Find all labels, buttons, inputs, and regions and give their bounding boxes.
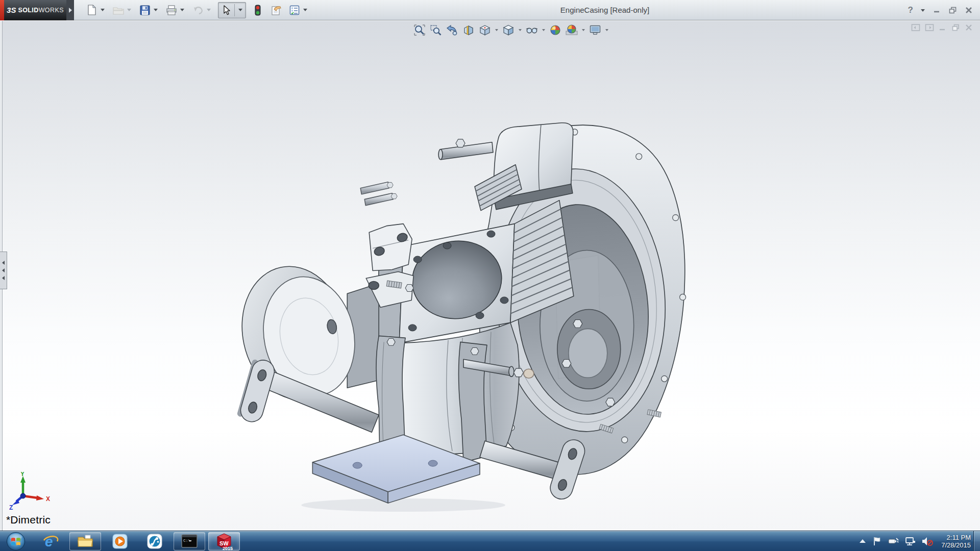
print-button[interactable] — [165, 3, 178, 18]
x-axis-arrow — [36, 495, 44, 500]
show-pane-right-button[interactable] — [925, 23, 934, 32]
select-cursor-icon — [222, 5, 231, 15]
command-prompt-icon: C:\ — [181, 534, 198, 548]
zoom-to-fit-icon — [413, 24, 426, 36]
minimize-button[interactable] — [933, 6, 941, 14]
save-dropdown[interactable] — [154, 9, 158, 11]
view-settings-button[interactable] — [588, 23, 602, 37]
save-button[interactable] — [138, 3, 152, 18]
connections-app-icon — [147, 534, 162, 549]
y-axis-label: Y — [20, 472, 24, 478]
taskbar-command-prompt[interactable]: C:\ — [174, 532, 205, 550]
show-hidden-icons-button[interactable] — [859, 539, 866, 544]
section-view-icon — [462, 24, 475, 36]
document-title: EngineCasing [Read-only] — [541, 6, 669, 14]
window-controls: ? — [908, 0, 973, 20]
zoom-to-area-icon — [430, 24, 442, 36]
previous-view-icon — [446, 24, 458, 36]
taskbar-internet-explorer[interactable]: e — [35, 532, 66, 550]
options-icon — [289, 5, 300, 15]
open-document-dropdown[interactable] — [127, 9, 131, 11]
view-orientation-dropdown[interactable] — [495, 29, 498, 31]
display-style-icon — [502, 24, 514, 36]
file-properties-button[interactable] — [270, 3, 283, 18]
system-tray: 2:11 PM 7/28/2015 — [859, 531, 971, 551]
view-settings-dropdown[interactable] — [605, 29, 608, 31]
power-status-button[interactable] — [888, 536, 899, 546]
solidworks-logo-mark: 3S — [7, 6, 16, 14]
featuremanager-splitter-handle[interactable] — [0, 252, 7, 289]
restore-button[interactable] — [948, 6, 957, 14]
hide-show-items-dropdown[interactable] — [542, 29, 545, 31]
rebuild-traffic-light-icon — [255, 5, 261, 16]
view-orientation-button[interactable] — [478, 23, 492, 37]
pane-left-icon — [911, 23, 920, 32]
help-button[interactable]: ? — [908, 5, 913, 15]
taskbar-clock[interactable]: 2:11 PM 7/28/2015 — [941, 534, 971, 549]
edit-appearance-icon — [549, 24, 561, 36]
print-dropdown[interactable] — [180, 9, 184, 11]
section-view-button[interactable] — [461, 23, 476, 37]
options-dropdown[interactable] — [303, 9, 307, 11]
undo-button[interactable] — [191, 3, 205, 18]
show-desktop-button[interactable] — [973, 531, 980, 551]
apply-scene-button[interactable] — [565, 23, 579, 37]
solidworks-app-icon: SW 2015 — [215, 532, 233, 550]
close-icon — [965, 6, 973, 14]
collapse-arrow-icon — [2, 261, 5, 265]
hide-show-items-button[interactable] — [525, 23, 539, 37]
apply-scene-dropdown[interactable] — [582, 29, 585, 31]
x-axis-label: X — [46, 495, 50, 503]
save-icon — [140, 5, 150, 15]
document-close-button[interactable] — [965, 23, 973, 32]
graphics-viewport[interactable]: Y X Z *Dimetric — [0, 21, 980, 531]
show-pane-left-button[interactable] — [911, 23, 920, 32]
media-player-icon — [112, 534, 128, 549]
folder-icon — [77, 534, 93, 548]
clock-time: 2:11 PM — [941, 534, 971, 541]
taskbar-windows-explorer[interactable] — [69, 532, 101, 550]
view-orientation-label: *Dimetric — [6, 514, 51, 526]
brand-red-strip — [0, 0, 4, 20]
taskbar-solidworks[interactable]: SW 2015 — [208, 532, 240, 550]
select-cursor-button[interactable] — [219, 3, 233, 18]
engine-casing-model[interactable] — [0, 21, 980, 531]
select-tool-group — [218, 2, 246, 18]
help-dropdown[interactable] — [921, 9, 925, 12]
title-bar: 3S SOLIDWORKS — [0, 0, 980, 20]
heads-up-view-toolbar — [412, 23, 609, 37]
apply-scene-icon — [565, 24, 578, 36]
reference-triad: Y X Z — [8, 472, 55, 519]
display-style-dropdown[interactable] — [519, 29, 522, 31]
display-style-button[interactable] — [501, 23, 516, 37]
solidworks-logo[interactable]: 3S SOLIDWORKS — [4, 0, 66, 20]
menu-flyout-arrow[interactable] — [66, 0, 74, 20]
zoom-to-fit-button[interactable] — [412, 23, 427, 37]
network-status-button[interactable] — [904, 536, 916, 546]
new-document-dropdown[interactable] — [101, 9, 105, 11]
close-button[interactable] — [965, 6, 973, 14]
solidworks-brand-text: SOLIDWORKS — [18, 7, 63, 14]
new-document-button[interactable] — [85, 3, 99, 18]
taskbar-connections-app[interactable] — [139, 532, 170, 550]
open-document-icon — [113, 5, 124, 15]
action-center-button[interactable] — [872, 536, 882, 546]
document-minimize-icon — [939, 23, 947, 32]
open-document-button[interactable] — [112, 3, 125, 18]
new-document-icon — [87, 5, 97, 16]
start-button[interactable] — [5, 532, 27, 551]
volume-button[interactable] — [921, 536, 934, 546]
document-restore-button[interactable] — [951, 23, 960, 32]
pane-right-icon — [925, 23, 934, 32]
select-cursor-dropdown[interactable] — [238, 9, 242, 11]
zoom-to-area-button[interactable] — [429, 23, 443, 37]
file-properties-icon — [271, 5, 282, 15]
undo-dropdown[interactable] — [207, 9, 211, 11]
solidworks-window: 3S SOLIDWORKS — [0, 0, 980, 551]
previous-view-button[interactable] — [445, 23, 459, 37]
edit-appearance-button[interactable] — [548, 23, 562, 37]
options-button[interactable] — [288, 3, 301, 18]
rebuild-button[interactable] — [251, 3, 264, 18]
document-minimize-button[interactable] — [939, 23, 947, 32]
taskbar-media-player[interactable] — [104, 532, 136, 550]
